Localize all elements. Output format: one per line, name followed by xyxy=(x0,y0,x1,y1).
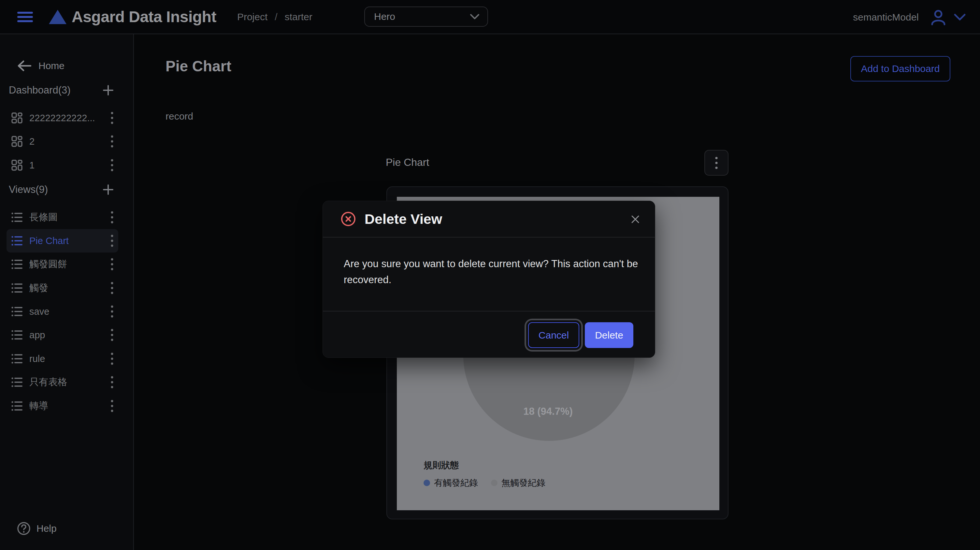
list-icon xyxy=(11,258,23,270)
help-button[interactable]: Help xyxy=(17,517,57,540)
kebab-menu-icon xyxy=(715,156,718,170)
dashboard-grid-icon xyxy=(11,135,23,147)
kebab-menu-icon[interactable] xyxy=(110,375,114,389)
sidebar-view-item[interactable]: 轉導 xyxy=(6,394,118,418)
cancel-button[interactable]: Cancel xyxy=(528,322,579,348)
delete-button[interactable]: Delete xyxy=(585,322,633,348)
error-circle-x-icon xyxy=(340,211,356,227)
user-icon[interactable] xyxy=(930,9,947,26)
kebab-menu-icon[interactable] xyxy=(110,281,114,295)
add-dashboard-plus-icon[interactable] xyxy=(103,85,114,96)
dashboard-grid-icon xyxy=(11,112,23,124)
list-icon xyxy=(11,235,23,246)
sidebar-view-item[interactable]: 觸發 xyxy=(6,276,118,300)
kebab-menu-icon[interactable] xyxy=(110,352,114,366)
view-item-label: Pie Chart xyxy=(29,235,69,246)
modal-buttons: Cancel Delete xyxy=(528,322,633,348)
modal-title: Delete View xyxy=(364,211,442,227)
sidebar-view-item[interactable]: 觸發圓餅 xyxy=(6,253,118,276)
chart-options-button[interactable] xyxy=(705,150,729,176)
legend-label-untriggered[interactable]: 無觸發紀錄 xyxy=(501,477,546,489)
sidebar-dashboard-item[interactable]: 22222222222... xyxy=(6,106,118,130)
kebab-menu-icon[interactable] xyxy=(110,210,114,224)
breadcrumb-project[interactable]: Project xyxy=(237,11,267,22)
view-item-label: save xyxy=(29,306,49,317)
sidebar-home-label: Home xyxy=(38,60,65,72)
breadcrumb: Project / starter xyxy=(237,11,312,22)
sidebar-view-item-selected[interactable]: Pie Chart xyxy=(6,229,118,253)
kebab-menu-icon[interactable] xyxy=(110,158,114,172)
legend-dot-untriggered[interactable] xyxy=(491,480,498,486)
list-icon xyxy=(11,376,23,388)
modal-header: Delete View xyxy=(323,201,655,237)
record-label: record xyxy=(165,111,193,122)
delete-view-modal: Delete View Are you sure you want to del… xyxy=(323,201,655,358)
sidebar-view-item[interactable]: 只有表格 xyxy=(6,370,118,394)
view-select-dropdown[interactable]: Hero xyxy=(364,6,488,27)
kebab-menu-icon[interactable] xyxy=(110,234,114,248)
page-title: Pie Chart xyxy=(165,57,231,75)
hamburger-menu-icon[interactable] xyxy=(17,10,33,24)
dashboard-item-label: 22222222222... xyxy=(29,113,95,124)
legend-title: 規則狀態 xyxy=(423,459,558,471)
sidebar-view-item[interactable]: rule xyxy=(6,347,118,370)
legend-label-triggered[interactable]: 有觸發紀錄 xyxy=(434,477,478,489)
account-chevron-down-icon[interactable] xyxy=(953,13,966,21)
pie-slice-label: 18 (94.7%) xyxy=(523,406,573,417)
dashboard-grid-icon xyxy=(11,159,23,171)
help-circle-icon xyxy=(17,521,30,535)
kebab-menu-icon[interactable] xyxy=(110,305,114,318)
modal-footer-divider xyxy=(323,311,655,312)
views-section-header: Views(9) xyxy=(9,180,114,199)
dashboard-item-label: 2 xyxy=(29,136,35,147)
kebab-menu-icon[interactable] xyxy=(110,258,114,271)
kebab-menu-icon[interactable] xyxy=(110,399,114,413)
navbar-right: semanticModel xyxy=(853,0,966,34)
logo-triangle-icon xyxy=(49,10,67,24)
sidebar-dashboard-item[interactable]: 2 xyxy=(6,130,118,153)
view-item-label: rule xyxy=(29,353,45,364)
view-item-label: 觸發圓餅 xyxy=(29,258,67,271)
view-select-value: Hero xyxy=(374,11,470,22)
dashboard-section-title: Dashboard(3) xyxy=(9,84,71,96)
top-navbar: Asgard Data Insight Project / starter He… xyxy=(0,0,980,34)
close-x-icon xyxy=(630,215,640,224)
view-item-label: 長條圖 xyxy=(29,211,58,224)
semantic-model-label: semanticModel xyxy=(853,12,919,23)
list-icon xyxy=(11,211,23,223)
breadcrumb-current[interactable]: starter xyxy=(285,11,312,22)
views-section-title: Views(9) xyxy=(9,184,48,196)
sidebar-dashboard-item[interactable]: 1 xyxy=(6,153,118,177)
sidebar-view-item[interactable]: app xyxy=(6,323,118,347)
legend-dot-triggered[interactable] xyxy=(423,480,430,486)
view-item-label: 轉導 xyxy=(29,399,48,412)
dashboard-section-header: Dashboard(3) xyxy=(9,81,114,100)
list-icon xyxy=(11,329,23,341)
help-label: Help xyxy=(37,523,57,534)
list-icon xyxy=(11,353,23,365)
chevron-down-icon xyxy=(470,14,480,19)
breadcrumb-separator: / xyxy=(275,11,277,22)
dashboard-item-label: 1 xyxy=(29,160,35,171)
view-item-label: 觸發 xyxy=(29,281,48,294)
kebab-menu-icon[interactable] xyxy=(110,135,114,148)
list-icon xyxy=(11,306,23,317)
sidebar: Home Dashboard(3) 22222222222... xyxy=(0,34,134,550)
app-title: Asgard Data Insight xyxy=(72,8,216,26)
view-item-label: app xyxy=(29,330,45,340)
back-arrow-icon xyxy=(17,60,31,72)
add-view-plus-icon[interactable] xyxy=(103,184,114,195)
modal-message: Are you sure you want to delete current … xyxy=(344,256,640,288)
sidebar-view-item[interactable]: 長條圖 xyxy=(6,206,118,229)
sidebar-home-button[interactable]: Home xyxy=(17,54,65,78)
list-icon xyxy=(11,400,23,412)
chart-card-title: Pie Chart xyxy=(386,156,429,168)
view-item-label: 只有表格 xyxy=(29,376,67,389)
list-icon xyxy=(11,282,23,294)
sidebar-view-item[interactable]: save xyxy=(6,300,118,323)
kebab-menu-icon[interactable] xyxy=(110,328,114,342)
chart-legend: 規則狀態 有觸發紀錄 無觸發紀錄 xyxy=(423,459,558,489)
kebab-menu-icon[interactable] xyxy=(110,111,114,125)
modal-close-button[interactable] xyxy=(627,211,643,227)
add-to-dashboard-button[interactable]: Add to Dashboard xyxy=(850,56,950,81)
